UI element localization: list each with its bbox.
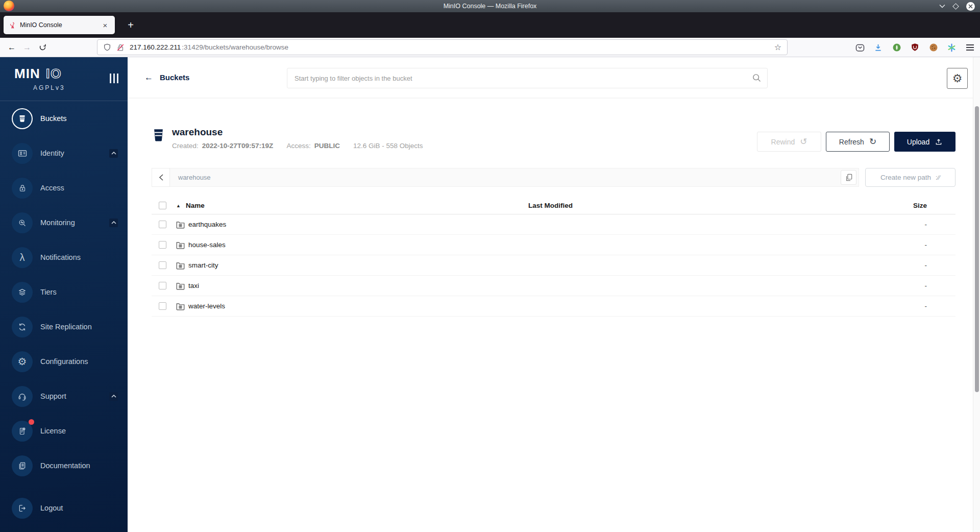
rewind-button[interactable]: Rewind↺ [757,132,821,152]
tab-title: MinIO Console [20,21,62,29]
bucket-created: Created:2022-10-27T09:57:19Z [172,142,273,150]
cookie-extension-icon[interactable] [926,41,940,55]
minimize-icon[interactable] [939,4,945,8]
back-arrow-icon: ← [144,73,153,82]
bucket-actions: Rewind↺ Refresh↻ Upload [757,132,955,152]
sidebar-item-buckets[interactable]: Buckets [0,101,128,136]
column-header-last-modified[interactable]: Last Modified [528,202,871,209]
sidebar-item-license[interactable]: License [0,414,128,448]
logout-icon [12,498,33,519]
row-checkbox[interactable] [159,302,166,310]
object-size: - [871,302,955,310]
sidebar-item-label: License [40,427,66,435]
bucket-meta: Created:2022-10-27T09:57:19Z Access:PUBL… [172,142,436,150]
sidebar: MIN IO AGPLv3 Buckets Identity [0,57,128,532]
sidebar-item-logout[interactable]: Logout [0,491,128,525]
sidebar-item-notifications[interactable]: λ Notifications [0,240,128,275]
tab-minio-console[interactable]: MinIO Console × [4,16,115,34]
object-size: - [871,261,955,269]
table-row[interactable]: water-levels - [152,296,955,317]
ublock-origin-icon[interactable] [908,41,922,55]
svg-text:IO: IO [46,66,62,81]
chevron-up-icon[interactable] [109,392,118,401]
bucket-summary: warehouse Created:2022-10-27T09:57:19Z A… [152,127,955,152]
gear-icon: ⚙ [952,72,963,85]
column-header-name[interactable]: ▲ Name [176,202,528,209]
current-path[interactable]: warehouse [178,174,211,181]
chevron-up-icon[interactable] [109,149,118,158]
sort-ascending-icon: ▲ [176,203,181,208]
object-name: earthquakes [188,221,226,228]
breadcrumb-back-to-buckets[interactable]: ← Buckets [144,73,189,82]
replication-arrows-icon [12,317,33,337]
sidebar-item-support[interactable]: Support [0,379,128,414]
svg-text:MIN: MIN [14,66,40,81]
upload-icon [935,138,943,146]
objects-table: ▲ Name Last Modified Size earthquakes - [152,197,955,317]
object-size: - [871,282,955,289]
folder-icon [176,282,185,290]
downloads-icon[interactable] [871,41,885,55]
app-window: MIN IO AGPLv3 Buckets Identity [0,57,980,532]
sidebar-item-monitoring[interactable]: Monitoring [0,205,128,240]
reload-button[interactable] [35,40,50,55]
table-row[interactable]: house-sales - [152,235,955,255]
sidebar-collapse-icon[interactable] [110,74,119,83]
window-controls [939,0,975,12]
tab-close-icon[interactable]: × [100,20,110,30]
row-checkbox[interactable] [159,261,166,269]
upload-button[interactable]: Upload [894,132,955,152]
table-row[interactable]: earthquakes - [152,214,955,235]
object-filter [287,68,768,88]
refresh-button[interactable]: Refresh↻ [826,132,890,152]
menu-hamburger-icon[interactable] [963,41,977,55]
new-tab-button[interactable]: + [123,17,138,33]
create-new-path-button[interactable]: Create new path :∕∕ [865,168,955,187]
row-checkbox[interactable] [159,241,166,249]
minio-logo: MIN IO [14,66,76,82]
object-name: smart-city [188,261,218,269]
row-checkbox[interactable] [159,282,166,289]
row-checkbox[interactable] [159,221,166,228]
forward-button[interactable]: → [19,40,35,55]
close-window-icon[interactable] [966,2,975,11]
sidebar-item-tiers[interactable]: Tiers [0,275,128,309]
url-bar[interactable]: 217.160.222.211 :31429/buckets/warehouse… [97,39,788,55]
back-button[interactable]: ← [4,40,19,55]
sidebar-item-label: Tiers [40,288,57,296]
search-input[interactable] [287,68,768,88]
table-row[interactable]: taxi - [152,276,955,296]
sidebar-logo-block: MIN IO AGPLv3 [0,57,128,101]
column-header-size[interactable]: Size [871,202,955,209]
pocket-icon[interactable] [853,41,867,55]
table-header-row: ▲ Name Last Modified Size [152,197,955,214]
scrollbar-thumb[interactable] [975,106,979,392]
tracking-shield-icon[interactable] [103,43,111,52]
sidebar-item-site-replication[interactable]: Site Replication [0,309,128,344]
license-alert-badge [29,419,34,425]
copy-path-button[interactable] [841,170,856,185]
settings-gear-button[interactable]: ⚙ [947,68,968,89]
url-path: :31429/buckets/warehouse/browse [182,43,288,51]
sidebar-item-label: Support [40,392,66,400]
rewind-icon: ↺ [800,137,807,146]
chevron-up-icon[interactable] [109,219,118,227]
extension-icon-green[interactable] [890,41,903,55]
path-back-button[interactable] [152,168,170,187]
insecure-lock-icon[interactable] [116,43,125,52]
bucket-icon [152,128,165,142]
table-row[interactable]: smart-city - [152,255,955,276]
page-scrollbar[interactable] [973,57,980,532]
bookmark-star-icon[interactable]: ☆ [774,42,781,52]
headset-icon [12,386,33,407]
select-all-checkbox[interactable] [159,202,166,209]
sidebar-item-access[interactable]: Access [0,171,128,205]
bucket-usage: 12.6 GiB - 558 Objects [353,142,423,150]
sidebar-item-identity[interactable]: Identity [0,136,128,171]
sidebar-item-documentation[interactable]: Documentation [0,448,128,483]
bucket-access: Access:PUBLIC [286,142,340,150]
sidebar-item-configurations[interactable]: ⚙ Configurations [0,344,128,379]
maximize-icon[interactable] [952,3,959,10]
extension-icon-asterisk[interactable] [945,41,959,55]
search-icon [752,73,762,83]
